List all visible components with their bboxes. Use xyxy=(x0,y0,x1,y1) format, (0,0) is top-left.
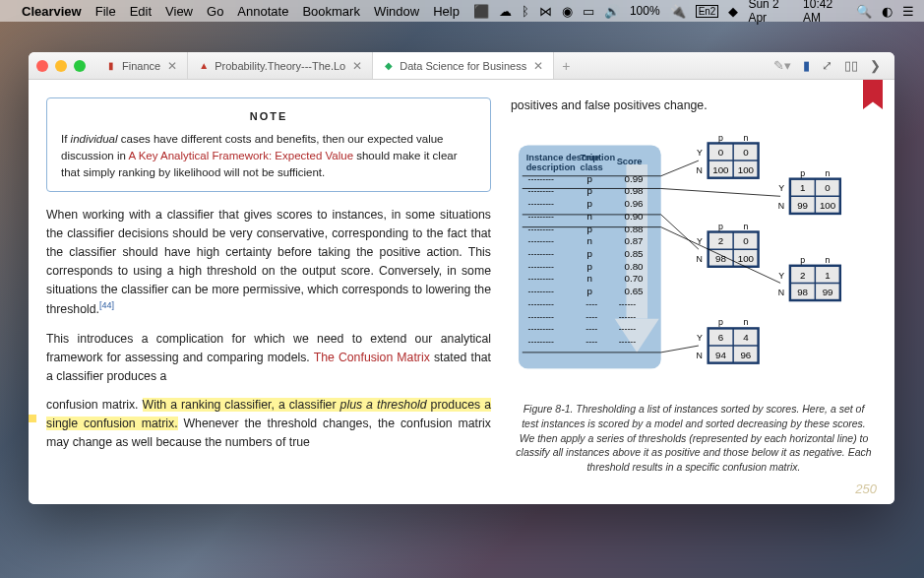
svg-text:n: n xyxy=(587,211,592,222)
zoom-button[interactable] xyxy=(74,60,86,72)
svg-text:p: p xyxy=(587,172,593,183)
close-icon[interactable]: ✕ xyxy=(167,59,177,73)
pdf-icon: ▲ xyxy=(198,60,210,72)
tab-datascience[interactable]: ◆ Data Science for Business ✕ xyxy=(373,52,554,79)
svg-text:p: p xyxy=(587,185,593,196)
note-link[interactable]: A Key Analytical Framework: Expected Val… xyxy=(128,150,353,161)
svg-text:2: 2 xyxy=(800,269,805,280)
svg-text:---------: --------- xyxy=(528,274,554,284)
tab-finance[interactable]: ▮ Finance ✕ xyxy=(95,52,188,79)
input-lang[interactable]: En2 xyxy=(696,5,719,18)
svg-text:---------: --------- xyxy=(528,236,554,246)
svg-text:p: p xyxy=(587,261,593,272)
svg-text:---------: --------- xyxy=(528,212,554,222)
menu-view[interactable]: View xyxy=(165,4,193,19)
svg-text:0: 0 xyxy=(743,147,749,158)
svg-text:100: 100 xyxy=(738,164,755,175)
svg-text:n: n xyxy=(743,317,748,327)
svg-text:94: 94 xyxy=(715,350,726,360)
highlight-icon[interactable]: ✎▾ xyxy=(773,58,791,73)
svg-text:6: 6 xyxy=(718,332,723,343)
wifi-icon[interactable]: ◉ xyxy=(562,4,573,19)
svg-text:1: 1 xyxy=(825,269,830,280)
menu-edit[interactable]: Edit xyxy=(130,4,152,19)
svg-text:n: n xyxy=(826,255,831,265)
svg-text:0: 0 xyxy=(825,182,831,193)
svg-text:---------: --------- xyxy=(528,173,554,183)
figure-8-1: Instance description description True cl… xyxy=(511,123,877,389)
app-name[interactable]: Clearview xyxy=(22,4,82,19)
footnote-ref[interactable]: [44] xyxy=(99,300,114,310)
svg-text:------: ------ xyxy=(619,299,637,309)
minimize-button[interactable] xyxy=(55,60,67,72)
battery-text[interactable]: 100% xyxy=(630,4,660,18)
svg-text:N: N xyxy=(778,201,784,211)
menu-bookmark[interactable]: Bookmark xyxy=(302,4,360,19)
left-column: NOTE If individual cases have different … xyxy=(29,80,505,504)
figure-heading: positives and false positives change. xyxy=(511,97,877,115)
svg-text:Instance description: Instance description xyxy=(526,153,616,162)
new-tab-button[interactable]: + xyxy=(554,52,578,79)
menu-file[interactable]: File xyxy=(95,4,116,19)
svg-text:------: ------ xyxy=(619,337,637,347)
svg-line-102 xyxy=(661,346,699,353)
svg-text:Score: Score xyxy=(617,157,643,166)
menu-help[interactable]: Help xyxy=(433,4,460,19)
volume-icon[interactable]: 🔊 xyxy=(604,4,620,19)
menu-annotate[interactable]: Annotate xyxy=(237,4,288,19)
display-icon[interactable]: ▭ xyxy=(583,4,594,19)
sidebar-icon[interactable]: ▯▯ xyxy=(844,58,858,73)
highlight-marker xyxy=(29,415,36,422)
svg-text:Y: Y xyxy=(778,270,784,280)
svg-text:p: p xyxy=(718,132,723,142)
battery-icon[interactable]: 🔌 xyxy=(670,4,686,19)
figure-caption: Figure 8-1. Thresholding a list of insta… xyxy=(511,402,877,474)
svg-text:n: n xyxy=(826,168,831,178)
svg-text:----: ---- xyxy=(585,324,597,334)
crossref-link[interactable]: The Confusion Matrix xyxy=(314,351,430,364)
svg-text:Y: Y xyxy=(697,148,703,158)
paragraph-2: This introduces a complication for which… xyxy=(46,330,491,386)
svg-text:p: p xyxy=(587,248,593,259)
svg-text:96: 96 xyxy=(740,350,751,360)
menubar-time[interactable]: 10:42 AM xyxy=(803,0,846,25)
svg-text:---------: --------- xyxy=(528,224,554,233)
svg-text:100: 100 xyxy=(820,200,836,211)
cloud-icon[interactable]: ☁ xyxy=(499,4,512,19)
svg-text:------: ------ xyxy=(619,311,637,321)
menubar-date[interactable]: Sun 2 Apr xyxy=(748,0,793,25)
svg-text:---------: --------- xyxy=(528,311,554,321)
svg-text:True: True xyxy=(580,153,599,162)
fullscreen-icon[interactable]: ⤢ xyxy=(822,58,832,73)
paragraph-1: When working with a classifier that give… xyxy=(46,206,491,319)
svg-text:98: 98 xyxy=(715,253,726,264)
chevron-right-icon[interactable]: ❯ xyxy=(870,58,881,73)
spotlight-icon[interactable]: 🔍 xyxy=(856,4,872,19)
close-icon[interactable]: ✕ xyxy=(352,59,362,73)
link-icon[interactable]: ⋈ xyxy=(539,4,552,19)
svg-text:---------: --------- xyxy=(528,287,554,296)
menu-go[interactable]: Go xyxy=(207,4,223,19)
evernote-icon[interactable]: ⬛ xyxy=(473,4,489,19)
tab-bar: ▮ Finance ✕ ▲ Probability.Theory---The.L… xyxy=(95,52,773,79)
siri-icon[interactable]: ◐ xyxy=(882,4,893,19)
menu-window[interactable]: Window xyxy=(374,4,419,19)
svg-text:1: 1 xyxy=(800,182,805,193)
svg-text:p: p xyxy=(800,255,805,265)
svg-text:N: N xyxy=(696,165,702,175)
close-icon[interactable]: ✕ xyxy=(533,59,543,73)
document-window: ▮ Finance ✕ ▲ Probability.Theory---The.L… xyxy=(29,52,894,504)
dropbox-icon[interactable]: ◆ xyxy=(728,4,738,19)
tab-probability[interactable]: ▲ Probability.Theory---The.Lo ✕ xyxy=(188,52,373,79)
toolbar-right: ✎▾ ▮ ⤢ ▯▯ ❯ xyxy=(773,58,887,73)
svg-text:0: 0 xyxy=(718,147,724,158)
svg-text:0.65: 0.65 xyxy=(625,286,645,296)
svg-text:p: p xyxy=(718,221,723,230)
bookmark-icon[interactable]: ▮ xyxy=(803,58,810,73)
svg-line-63 xyxy=(661,188,780,196)
svg-text:Y: Y xyxy=(778,183,784,193)
bluetooth-icon[interactable]: ᛒ xyxy=(522,4,529,19)
epub-icon: ◆ xyxy=(383,60,395,72)
notifications-icon[interactable]: ☰ xyxy=(902,4,914,19)
close-button[interactable] xyxy=(36,60,48,72)
